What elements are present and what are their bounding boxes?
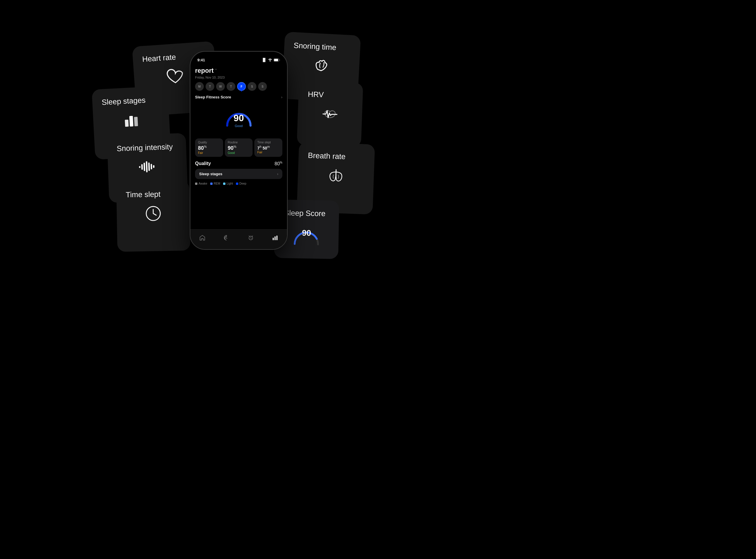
sleep-stages-row[interactable]: Sleep stages ›	[195, 169, 282, 179]
day-pill-f[interactable]: F	[237, 82, 246, 91]
legend-label-awake: Awake	[199, 182, 207, 185]
metric-time-slept[interactable]: Time slept 7h 50m Fair	[254, 138, 282, 157]
nav-stats[interactable]	[269, 231, 281, 244]
quality-title: Quality	[195, 161, 211, 166]
legend-awake: Awake	[195, 182, 207, 185]
snoring-intensity-title: Snoring intensity	[116, 142, 173, 153]
metric-quality[interactable]: Quality 80% Fair	[195, 138, 223, 157]
svg-rect-12	[274, 59, 278, 61]
stage-legend: Awake REM Light	[195, 182, 282, 185]
phone-screen: 9:41 ▐▌	[190, 52, 287, 249]
nav-alarm[interactable]	[245, 231, 257, 244]
day-pill-s2[interactable]: S	[258, 82, 267, 91]
sleep-stages-icon	[102, 109, 160, 131]
day-pill-t2[interactable]: T	[227, 82, 235, 91]
day-pill-w[interactable]: W	[216, 82, 225, 91]
bottom-nav	[190, 229, 287, 249]
svg-rect-4	[141, 164, 143, 170]
metric-routine-value: 90%	[228, 145, 250, 151]
svg-rect-8	[151, 164, 152, 170]
legend-dot-rem	[210, 182, 212, 185]
clock-icon	[126, 204, 180, 223]
hrv-title: HRV	[308, 90, 324, 99]
sleep-score-value: 90	[302, 228, 311, 238]
sleep-score-gauge: 90	[283, 223, 330, 250]
time-slept-title: Time slept	[125, 190, 160, 200]
svg-rect-14	[272, 238, 274, 240]
snoring-time-title: Snoring time	[294, 41, 336, 52]
snore-wave-icon	[117, 156, 178, 177]
sleep-stages-row-label: Sleep stages	[199, 172, 223, 176]
svg-rect-3	[139, 166, 140, 168]
quality-header: Quality 80%	[195, 161, 282, 166]
day-pill-m[interactable]: M	[195, 82, 204, 91]
phone-score-number: 90	[234, 113, 244, 124]
quality-value: 80%	[274, 161, 282, 166]
legend-light: Light	[223, 182, 233, 185]
app-title-arrow: ˅	[215, 68, 217, 73]
score-circle-container: 90 Good	[195, 102, 282, 134]
battery-icon	[274, 59, 280, 62]
lungs-icon	[307, 165, 365, 186]
app-header: report ˅	[195, 67, 282, 74]
heart-rate-title: Heart rate	[142, 52, 176, 64]
app-content: report ˅ Friday, Nov 10, 2023 M T W T F …	[190, 65, 287, 185]
legend-deep: Deep	[236, 182, 247, 185]
metric-timeslept-value: 7h 50m	[257, 145, 279, 150]
scene: Heart rate Snoring time Sleep stages	[0, 0, 756, 559]
wifi-icon	[268, 59, 272, 62]
metric-timeslept-label: Time slept	[257, 141, 279, 144]
score-title: Sleep Fitness Score	[195, 95, 231, 99]
phone-frame: 9:41 ▐▌	[190, 51, 288, 250]
quality-section: Quality 80% Sleep stages › Awa	[195, 161, 282, 185]
legend-label-rem: REM	[214, 182, 220, 185]
svg-rect-2	[134, 117, 138, 127]
metric-routine-label: Routine	[228, 141, 250, 144]
svg-rect-6	[146, 161, 147, 173]
legend-dot-light	[223, 182, 225, 185]
breath-rate-title: Breath rate	[308, 151, 346, 161]
sleep-stages-title: Sleep stages	[101, 95, 146, 107]
hrv-card[interactable]: HRV	[297, 81, 363, 147]
metric-routine[interactable]: Routine 90% Good	[225, 138, 253, 157]
legend-label-deep: Deep	[239, 182, 247, 185]
nav-home[interactable]	[196, 231, 209, 244]
nav-sleep[interactable]	[220, 231, 233, 244]
metric-quality-label: Quality	[198, 141, 220, 144]
hrv-icon	[307, 104, 353, 124]
sleep-score-title: Sleep Score	[284, 208, 326, 218]
day-pills: M T W T F S S	[195, 82, 282, 91]
svg-rect-5	[144, 163, 145, 171]
app-title: report	[195, 67, 214, 74]
day-pill-t1[interactable]: T	[206, 82, 214, 91]
time-slept-card[interactable]: Time slept	[116, 180, 190, 252]
dynamic-island	[226, 54, 252, 63]
metric-routine-status: Good	[228, 151, 250, 155]
svg-rect-0	[125, 120, 129, 127]
score-header: Sleep Fitness Score ›	[195, 95, 282, 99]
metric-quality-status: Fair	[198, 151, 220, 155]
score-title-arrow[interactable]: ›	[281, 95, 282, 99]
svg-rect-1	[129, 116, 134, 127]
day-pill-s1[interactable]: S	[248, 82, 256, 91]
metric-timeslept-status: Fair	[257, 151, 279, 154]
phone-score-label: Good	[235, 124, 243, 128]
legend-dot-deep	[236, 182, 238, 185]
metric-row: Quality 80% Fair Routine 90% Good Time s…	[195, 138, 282, 157]
signal-icon: ▐▌	[261, 58, 267, 62]
legend-dot-awake	[195, 182, 198, 185]
svg-rect-16	[276, 236, 277, 240]
svg-rect-9	[153, 165, 155, 168]
svg-rect-15	[274, 236, 276, 240]
svg-rect-7	[148, 162, 150, 171]
snoring-icon	[292, 55, 350, 77]
legend-label-light: Light	[227, 182, 233, 185]
sleep-stages-arrow: ›	[277, 172, 278, 176]
legend-rem: REM	[210, 182, 220, 185]
app-date: Friday, Nov 10, 2023	[195, 76, 282, 79]
status-time: 9:41	[198, 58, 205, 62]
status-icons: ▐▌	[261, 58, 280, 62]
metric-quality-value: 80%	[198, 145, 220, 151]
phone-mockup: 9:41 ▐▌	[190, 51, 288, 250]
